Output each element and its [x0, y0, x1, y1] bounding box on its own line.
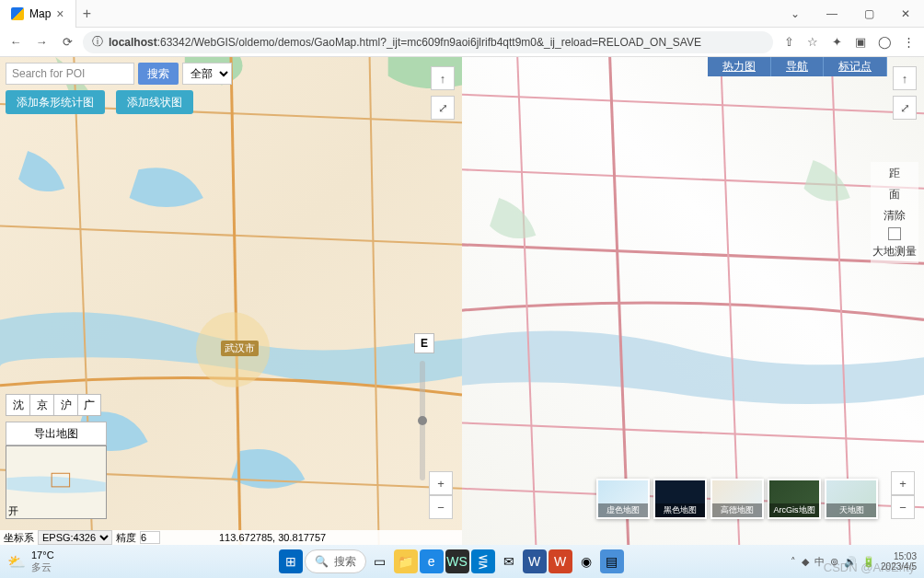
city-shenyang[interactable]: 沈 — [6, 394, 29, 416]
north-arrow-icon[interactable]: ↑ — [893, 66, 917, 90]
minimize-button[interactable]: — — [814, 0, 850, 28]
category-select[interactable]: 全部 — [182, 63, 232, 85]
overview-toggle[interactable]: 开 — [8, 504, 18, 518]
app-icon[interactable]: ▤ — [600, 549, 624, 573]
profile-icon[interactable]: ◯ — [874, 32, 895, 52]
layer-light[interactable]: 虚色地图 — [596, 479, 650, 519]
window-titlebar: Map × + ⌄ — ▢ ✕ — [0, 0, 924, 28]
fullscreen-icon[interactable]: ⤢ — [431, 96, 455, 120]
city-shanghai[interactable]: 沪 — [53, 394, 77, 416]
system-tray[interactable]: ˄ ◆ 中 ⊚ 🔊 🔋 15:03 2023/4/5 — [791, 551, 917, 572]
browser-navbar: ← → ⟳ ⓘ localhost:63342/WebGIS/oldemo/de… — [0, 28, 924, 57]
taskbar-center: ⊞ 🔍搜索 ▭ 📁 e WS ⋚ ✉ W W ◉ ▤ — [279, 549, 624, 573]
taskbar-search[interactable]: 🔍搜索 — [305, 549, 366, 573]
sidepanel-icon[interactable]: ▣ — [850, 32, 871, 52]
city-beijing[interactable]: 京 — [29, 394, 53, 416]
close-tab-icon[interactable]: × — [56, 6, 64, 21]
poi-search-input[interactable]: Search for POI — [6, 63, 134, 85]
layer-gaode[interactable]: 高德地图 — [710, 479, 764, 519]
share-icon[interactable]: ⇧ — [779, 32, 799, 52]
left-toolbar: Search for POI 搜索 全部 — [6, 63, 232, 85]
measure-clear[interactable]: 清除 — [884, 206, 906, 225]
chrome-icon[interactable]: ◉ — [574, 549, 598, 573]
geodesic-checkbox[interactable] — [888, 227, 901, 240]
export-map-button[interactable]: 导出地图 — [6, 422, 107, 445]
zoom-out-button[interactable]: − — [429, 495, 453, 519]
right-zoom-control: + − — [891, 471, 915, 519]
close-window-button[interactable]: ✕ — [887, 0, 924, 28]
weather-widget[interactable]: ⛅ 17°C 多云 — [7, 549, 54, 574]
site-info-icon[interactable]: ⓘ — [92, 34, 103, 50]
overview-map[interactable]: 开 — [6, 445, 107, 519]
word-icon[interactable]: W — [523, 549, 547, 573]
forward-button[interactable]: → — [31, 32, 52, 52]
star-icon[interactable]: ☆ — [803, 32, 823, 52]
north-arrow-icon[interactable]: ↑ — [431, 66, 455, 90]
zoom-in-button[interactable]: + — [891, 471, 915, 495]
maximize-button[interactable]: ▢ — [850, 0, 887, 28]
windows-taskbar[interactable]: ⛅ 17°C 多云 ⊞ 🔍搜索 ▭ 📁 e WS ⋚ ✉ W W ◉ ▤ ˄ ◆… — [0, 545, 924, 578]
url-bar[interactable]: ⓘ localhost:63342/WebGIS/oldemo/demos/Ga… — [83, 31, 773, 53]
basemap-switcher: 虚色地图 黑色地图 高德地图 ArcGis地图 天地图 — [596, 479, 878, 519]
new-tab-button[interactable]: + — [76, 6, 98, 22]
add-bar-chart-button[interactable]: 添加条形统计图 — [6, 90, 105, 114]
coordinate-readout: 113.672785, 30.817757 — [219, 532, 326, 543]
layer-tianditu[interactable]: 天地图 — [825, 479, 878, 519]
city-buttons: 沈 京 沪 广 — [6, 394, 101, 416]
page-content: CSDN @ArcEnty — [0, 57, 924, 545]
link-navigation[interactable]: 导航 — [771, 57, 824, 76]
tray-app-icon[interactable]: ◆ — [802, 556, 809, 568]
map-left-pane[interactable]: Search for POI 搜索 全部 添加条形统计图 添加线状图 ↑ ⤢ E… — [0, 57, 462, 545]
measure-distance[interactable]: 距 — [889, 164, 900, 183]
menu-icon[interactable]: ⋮ — [898, 32, 918, 52]
tab-title: Map — [29, 7, 51, 20]
clock[interactable]: 15:03 2023/4/5 — [881, 551, 917, 572]
edge-icon[interactable]: e — [420, 549, 444, 573]
browser-tab[interactable]: Map × — [0, 0, 76, 28]
explorer-icon[interactable]: 📁 — [394, 549, 418, 573]
favicon-icon — [11, 7, 24, 20]
reload-button[interactable]: ⟳ — [57, 32, 77, 52]
wifi-icon[interactable]: ⊚ — [830, 556, 838, 568]
measure-panel: 距 面 清除 大地测量 — [871, 162, 918, 263]
start-button[interactable]: ⊞ — [279, 549, 303, 573]
map-right-pane[interactable]: 热力图 导航 标记点 ↑ ⤢ 距 面 清除 大地测量 虚色地图 黑色地图 高德地… — [462, 57, 924, 545]
layer-arcgis[interactable]: ArcGis地图 — [768, 479, 821, 519]
battery-icon[interactable]: 🔋 — [862, 556, 875, 568]
extensions-icon[interactable]: ✦ — [826, 32, 847, 52]
measure-area[interactable]: 面 — [889, 185, 900, 204]
webstorm-icon[interactable]: WS — [445, 549, 469, 573]
city-label: 武汉市 — [221, 341, 259, 356]
slider-thumb[interactable] — [418, 416, 427, 425]
e-toggle-button[interactable]: E — [414, 333, 434, 353]
zoom-in-button[interactable]: + — [429, 471, 453, 495]
city-guangzhou[interactable]: 广 — [77, 394, 101, 416]
map-vector-right — [462, 57, 924, 545]
crs-select[interactable]: EPSG:4326 — [38, 530, 112, 545]
mail-icon: ✉ — [497, 549, 521, 573]
crs-label: 坐标系 — [4, 531, 34, 545]
zoom-slider[interactable] — [420, 361, 425, 480]
add-line-chart-button[interactable]: 添加线状图 — [116, 90, 193, 114]
wps-icon[interactable]: W — [549, 549, 572, 573]
layer-dark[interactable]: 黑色地图 — [653, 479, 707, 519]
taskview-icon[interactable]: ▭ — [368, 549, 392, 573]
map-canvas-right[interactable] — [462, 57, 924, 545]
search-button[interactable]: 搜索 — [138, 63, 179, 85]
link-heatmap[interactable]: 热力图 — [708, 57, 771, 76]
back-button[interactable]: ← — [6, 32, 26, 52]
zoom-out-button[interactable]: − — [891, 495, 915, 519]
precision-input[interactable] — [140, 531, 160, 544]
volume-icon[interactable]: 🔊 — [844, 556, 857, 568]
weather-desc: 多云 — [31, 561, 54, 574]
chevron-down-icon[interactable]: ⌄ — [777, 0, 814, 28]
link-markers[interactable]: 标记点 — [824, 57, 887, 76]
weather-icon: ⛅ — [7, 553, 26, 571]
status-bar: 坐标系 EPSG:4326 精度 113.672785, 30.817757 — [0, 530, 462, 545]
vscode-icon[interactable]: ⋚ — [471, 549, 495, 573]
fullscreen-icon[interactable]: ⤢ — [893, 96, 917, 120]
tray-chevron-icon[interactable]: ˄ — [791, 556, 796, 568]
left-zoom-control: + − — [429, 471, 453, 519]
ime-indicator[interactable]: 中 — [814, 555, 825, 569]
chart-buttons-row: 添加条形统计图 添加线状图 — [6, 90, 193, 114]
